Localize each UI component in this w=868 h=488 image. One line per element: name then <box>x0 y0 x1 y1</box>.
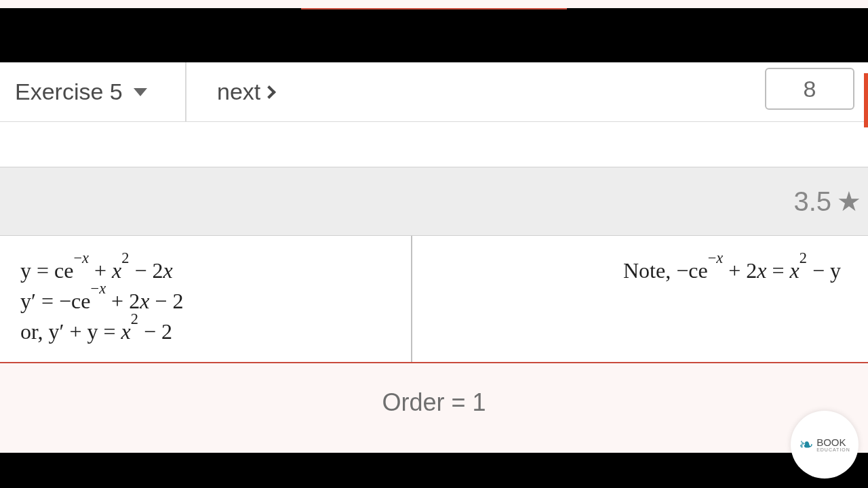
exercise-dropdown[interactable]: Exercise 5 <box>0 62 186 121</box>
math-line-1: y = ce−x + x2 − 2x <box>20 255 411 285</box>
page-number-input[interactable]: 8 <box>765 68 854 110</box>
letterbox-top <box>0 8 868 62</box>
next-label: next <box>217 79 260 105</box>
exercise-label: Exercise 5 <box>15 79 123 105</box>
chevron-right-icon <box>262 85 276 99</box>
math-note: Note, −ce−x + 2x = x2 − y <box>623 255 841 285</box>
next-button[interactable]: next <box>186 79 274 105</box>
caret-down-icon <box>134 88 147 96</box>
brand-name: BOOK <box>816 436 846 448</box>
spacer-row <box>0 122 868 167</box>
content-row: y = ce−x + x2 − 2x y′ = −ce−x + 2x − 2 o… <box>0 236 868 363</box>
nav-bar: Exercise 5 next 8 <box>0 62 868 122</box>
order-label: Order = 1 <box>382 388 486 417</box>
star-icon[interactable]: ★ <box>837 186 861 217</box>
leaf-icon: ❧ <box>799 434 814 455</box>
content-left: y = ce−x + x2 − 2x y′ = −ce−x + 2x − 2 o… <box>0 236 412 362</box>
math-line-2: y′ = −ce−x + 2x − 2 <box>20 285 411 316</box>
top-strip <box>0 0 868 8</box>
rating-value: 3.5 <box>793 186 831 217</box>
accent-underline <box>301 8 567 9</box>
letterbox-bottom <box>0 453 868 488</box>
brand-text: BOOK EDUCATION <box>816 437 850 452</box>
content-right: Note, −ce−x + 2x = x2 − y <box>412 236 868 362</box>
page-number-value: 8 <box>804 76 816 102</box>
side-accent <box>864 73 868 127</box>
math-line-3: or, y′ + y = x2 − 2 <box>20 316 411 346</box>
brand-sub: EDUCATION <box>816 447 850 452</box>
rating-row: 3.5 ★ <box>0 167 868 236</box>
order-row: Order = 1 <box>0 363 868 442</box>
brand-logo: ❧ BOOK EDUCATION <box>791 411 859 479</box>
